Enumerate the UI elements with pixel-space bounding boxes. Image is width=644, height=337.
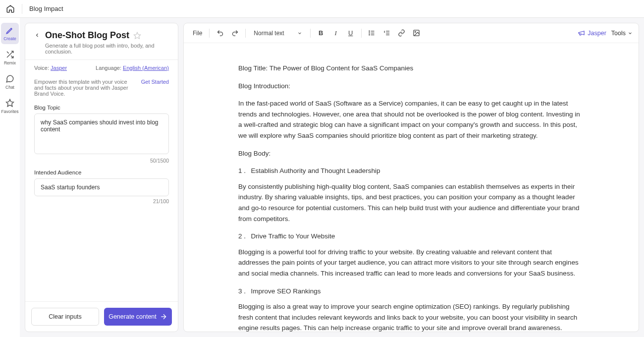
- file-menu[interactable]: File: [190, 28, 205, 39]
- editor-content[interactable]: Blog Title: The Power of Blog Content fo…: [184, 43, 639, 332]
- svg-point-8: [369, 35, 370, 35]
- pencil-icon: [5, 26, 14, 35]
- link-button[interactable]: [395, 27, 408, 40]
- bold-button[interactable]: B: [315, 27, 327, 40]
- template-title: One-Shot Blog Post: [45, 30, 129, 41]
- editor-toolbar: File Normal text B I U: [184, 23, 639, 43]
- generate-content-button[interactable]: Generate content: [104, 308, 172, 326]
- topic-charcount: 50/1500: [34, 158, 169, 164]
- section-heading: 1 . Establish Authority and Thought Lead…: [238, 166, 584, 176]
- svg-point-13: [415, 31, 416, 32]
- doc-intro: In the fast-paced world of SaaS (Softwar…: [238, 98, 584, 141]
- rail-favorites[interactable]: Favorites: [1, 96, 19, 117]
- language-meta: Language: English (American): [96, 65, 169, 71]
- brand-voice-prompt: Empower this template with your voice an…: [34, 79, 135, 97]
- bullet-list-icon: [368, 29, 376, 37]
- back-icon[interactable]: [34, 32, 40, 38]
- voice-meta: Voice: Jasper: [34, 65, 67, 71]
- section-heading: 2 . Drive Traffic to Your Website: [238, 231, 584, 242]
- svg-point-7: [369, 33, 370, 33]
- get-started-link[interactable]: Get Started: [141, 79, 169, 85]
- doc-title: Blog Title: The Power of Blog Content fo…: [238, 63, 584, 74]
- redo-icon: [231, 29, 239, 37]
- favorite-star-icon[interactable]: [133, 32, 141, 40]
- svg-marker-0: [6, 100, 14, 107]
- topic-label: Blog Topic: [34, 105, 169, 111]
- left-rail: Create Remix Chat Favorites: [0, 18, 20, 337]
- svg-marker-1: [134, 32, 140, 39]
- language-link[interactable]: English (American): [123, 65, 169, 71]
- rail-label: Favorites: [1, 109, 19, 114]
- doc-intro-label: Blog Introduction:: [238, 81, 584, 92]
- editor-panel: File Normal text B I U: [183, 23, 639, 332]
- numbered-list-icon: [383, 29, 390, 37]
- divider: [361, 29, 362, 38]
- clear-inputs-button[interactable]: Clear inputs: [31, 308, 99, 326]
- jasper-button[interactable]: Jasper: [578, 29, 606, 37]
- doc-body-label: Blog Body:: [238, 148, 584, 159]
- shuffle-icon: [5, 50, 14, 59]
- section-heading: 3 . Improve SEO Rankings: [238, 286, 584, 297]
- rail-create[interactable]: Create: [1, 23, 19, 44]
- voice-link[interactable]: Jasper: [51, 65, 67, 71]
- link-icon: [398, 29, 405, 37]
- arrow-right-icon: [160, 313, 167, 321]
- chevron-down-icon: [628, 31, 633, 36]
- section-text: Blogging is also a great way to improve …: [238, 301, 584, 332]
- audience-label: Intended Audience: [34, 169, 169, 175]
- tools-menu[interactable]: Tools: [611, 30, 633, 37]
- rail-chat[interactable]: Chat: [1, 71, 19, 93]
- divider: [310, 29, 311, 38]
- bullet-list-button[interactable]: [366, 27, 378, 40]
- chat-icon: [5, 74, 14, 83]
- rail-label: Create: [3, 36, 16, 41]
- section-text: By consistently publishing high-quality …: [238, 181, 584, 224]
- page-title: Blog Impact: [29, 5, 63, 12]
- audience-input[interactable]: [34, 178, 169, 196]
- divider: [209, 29, 210, 38]
- text-style-select[interactable]: Normal text: [250, 28, 306, 39]
- star-icon: [5, 99, 14, 108]
- rail-remix[interactable]: Remix: [1, 47, 19, 68]
- undo-button[interactable]: [214, 27, 226, 40]
- redo-button[interactable]: [228, 27, 241, 40]
- home-icon[interactable]: [6, 4, 15, 13]
- megaphone-icon: [578, 29, 585, 37]
- underline-button[interactable]: U: [344, 27, 357, 40]
- image-button[interactable]: [410, 27, 423, 40]
- section-text: Blogging is a powerful tool for driving …: [238, 247, 584, 279]
- rail-label: Chat: [5, 85, 14, 90]
- audience-charcount: 21/100: [34, 198, 169, 204]
- topic-input[interactable]: [34, 113, 169, 154]
- divider: [22, 4, 22, 14]
- undo-icon: [216, 29, 224, 37]
- template-panel: One-Shot Blog Post Generate a full blog …: [25, 23, 178, 332]
- rail-label: Remix: [4, 60, 16, 65]
- template-description: Generate a full blog post with intro, bo…: [45, 43, 169, 55]
- italic-button[interactable]: I: [329, 27, 342, 40]
- numbered-list-button[interactable]: [380, 27, 393, 40]
- chevron-down-icon: [297, 31, 302, 36]
- image-icon: [413, 29, 420, 37]
- svg-point-6: [369, 31, 370, 31]
- divider: [245, 29, 246, 38]
